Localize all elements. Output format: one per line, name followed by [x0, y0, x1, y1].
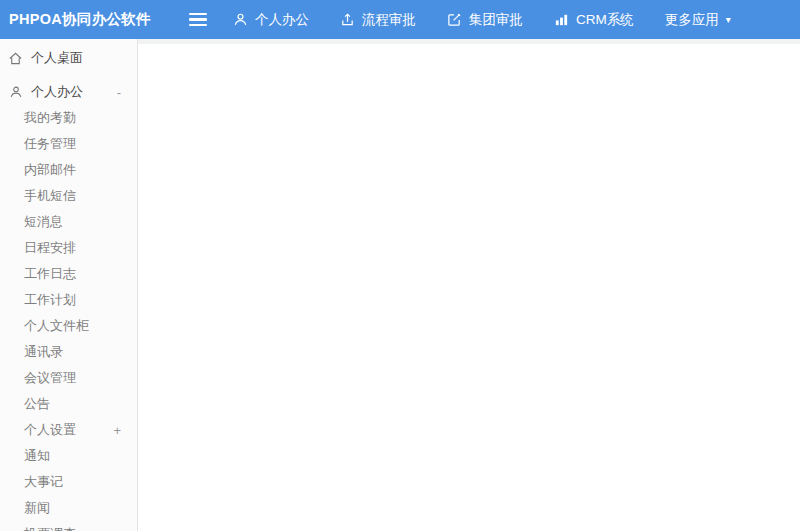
sidebar-item-personal-desktop[interactable]: 个人桌面	[0, 45, 137, 71]
expand-icon[interactable]: +	[113, 423, 121, 438]
caret-down-icon: ▾	[726, 15, 731, 25]
approval-icon	[340, 12, 355, 27]
sidebar: 个人桌面 个人办公 - 我的考勤 任务管理 内部邮件 手机短信 短消息 日程安排…	[0, 39, 138, 531]
main-content	[139, 39, 800, 531]
sidebar-item-personal-office[interactable]: 个人办公 -	[0, 79, 137, 105]
sidebar-item-announcement[interactable]: 公告	[0, 391, 137, 417]
nav-personal-office[interactable]: 个人办公	[233, 11, 309, 29]
nav-label: 更多应用	[665, 11, 719, 29]
app-logo: PHPOA协同办公软件	[9, 10, 189, 29]
nav-workflow-approval[interactable]: 流程审批	[340, 11, 416, 29]
sidebar-item-personal-settings[interactable]: 个人设置 +	[0, 417, 137, 443]
top-navigation: 个人办公 流程审批 集团审批	[233, 11, 731, 29]
sidebar-item-work-plan[interactable]: 工作计划	[0, 287, 137, 313]
edit-icon	[447, 12, 462, 27]
user-icon	[233, 12, 248, 27]
sidebar-item-label: 个人桌面	[31, 49, 83, 67]
sidebar-item-news[interactable]: 新闻	[0, 495, 137, 521]
sidebar-item-notification[interactable]: 通知	[0, 443, 137, 469]
sidebar-item-contacts[interactable]: 通讯录	[0, 339, 137, 365]
sidebar-item-label: 个人办公	[31, 83, 83, 101]
sidebar-item-meeting-management[interactable]: 会议管理	[0, 365, 137, 391]
sidebar-item-short-message[interactable]: 短消息	[0, 209, 137, 235]
sidebar-item-personal-files[interactable]: 个人文件柜	[0, 313, 137, 339]
sidebar-item-work-log[interactable]: 工作日志	[0, 261, 137, 287]
nav-crm-system[interactable]: CRM系统	[554, 11, 634, 29]
app-header: PHPOA协同办公软件 个人办公 流程审批	[0, 0, 800, 39]
sidebar-item-vote-survey[interactable]: 投票调查	[0, 521, 137, 531]
sidebar-item-internal-mail[interactable]: 内部邮件	[0, 157, 137, 183]
nav-label: 流程审批	[362, 11, 416, 29]
menu-toggle-icon[interactable]	[189, 13, 207, 26]
sidebar-item-mobile-sms[interactable]: 手机短信	[0, 183, 137, 209]
nav-more-apps[interactable]: 更多应用 ▾	[665, 11, 731, 29]
nav-label: 个人办公	[255, 11, 309, 29]
nav-label: CRM系统	[576, 11, 634, 29]
sidebar-item-task-management[interactable]: 任务管理	[0, 131, 137, 157]
nav-label: 集团审批	[469, 11, 523, 29]
collapse-icon[interactable]: -	[117, 85, 121, 100]
sidebar-item-schedule[interactable]: 日程安排	[0, 235, 137, 261]
user-icon	[8, 85, 23, 100]
bar-chart-icon	[554, 12, 569, 27]
sidebar-item-memorabilia[interactable]: 大事记	[0, 469, 137, 495]
sidebar-item-my-attendance[interactable]: 我的考勤	[0, 105, 137, 131]
nav-group-approval[interactable]: 集团审批	[447, 11, 523, 29]
home-icon	[8, 51, 23, 66]
